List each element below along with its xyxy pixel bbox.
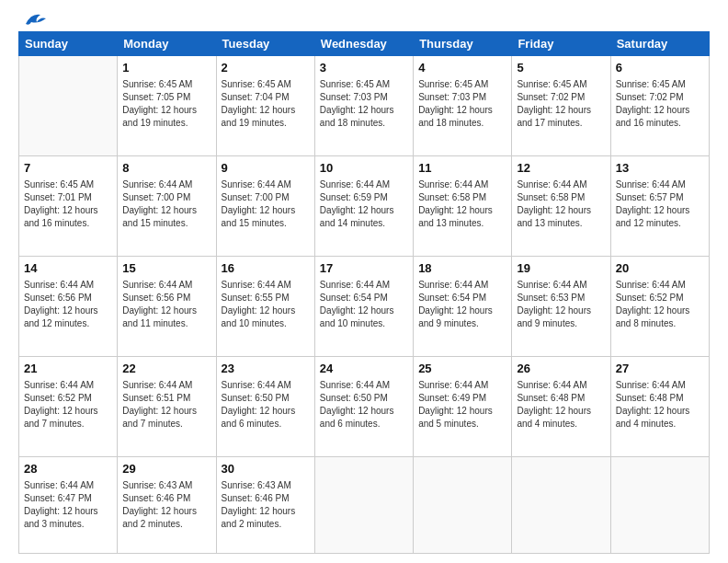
table-row: 17Sunrise: 6:44 AMSunset: 6:54 PMDayligh…	[314, 257, 413, 357]
day-info: Sunrise: 6:43 AMSunset: 6:46 PMDaylight:…	[222, 479, 310, 531]
day-info: Sunrise: 6:44 AMSunset: 6:57 PMDaylight:…	[616, 178, 704, 230]
day-number: 8	[122, 160, 210, 177]
day-info: Sunrise: 6:44 AMSunset: 6:54 PMDaylight:…	[418, 279, 506, 330]
header	[18, 17, 710, 24]
table-row: 15Sunrise: 6:44 AMSunset: 6:56 PMDayligh…	[118, 257, 216, 357]
table-row: 22Sunrise: 6:44 AMSunset: 6:51 PMDayligh…	[118, 357, 216, 457]
day-info: Sunrise: 6:45 AMSunset: 7:05 PMDaylight:…	[122, 78, 210, 130]
col-thursday: Thursday	[414, 32, 512, 56]
table-row	[19, 56, 118, 156]
table-row: 16Sunrise: 6:44 AMSunset: 6:55 PMDayligh…	[216, 257, 314, 357]
table-row: 7Sunrise: 6:45 AMSunset: 7:01 PMDaylight…	[19, 156, 118, 257]
table-row: 8Sunrise: 6:44 AMSunset: 7:00 PMDaylight…	[118, 156, 216, 257]
day-info: Sunrise: 6:44 AMSunset: 6:50 PMDaylight:…	[320, 379, 408, 431]
day-info: Sunrise: 6:44 AMSunset: 6:52 PMDaylight:…	[24, 379, 112, 431]
table-row: 9Sunrise: 6:44 AMSunset: 7:00 PMDaylight…	[216, 156, 314, 257]
day-number: 27	[616, 361, 704, 377]
day-number: 13	[616, 160, 704, 177]
day-number: 2	[222, 60, 310, 76]
col-saturday: Saturday	[610, 32, 709, 56]
day-number: 19	[517, 260, 605, 277]
day-info: Sunrise: 6:44 AMSunset: 7:00 PMDaylight:…	[122, 178, 210, 230]
calendar-table: Sunday Monday Tuesday Wednesday Thursday…	[18, 31, 710, 554]
day-info: Sunrise: 6:44 AMSunset: 6:56 PMDaylight:…	[122, 279, 210, 330]
day-info: Sunrise: 6:45 AMSunset: 7:01 PMDaylight:…	[24, 178, 112, 230]
table-row: 24Sunrise: 6:44 AMSunset: 6:50 PMDayligh…	[314, 357, 413, 457]
table-row	[314, 457, 413, 554]
day-number: 18	[418, 260, 506, 277]
page: Sunday Monday Tuesday Wednesday Thursday…	[0, 0, 728, 563]
col-monday: Monday	[118, 32, 216, 56]
day-number: 20	[616, 260, 704, 277]
day-number: 16	[222, 260, 310, 277]
day-info: Sunrise: 6:44 AMSunset: 6:51 PMDaylight:…	[122, 379, 210, 431]
table-row: 5Sunrise: 6:45 AMSunset: 7:02 PMDaylight…	[512, 56, 610, 156]
table-row	[414, 457, 512, 554]
day-number: 15	[122, 260, 210, 277]
day-info: Sunrise: 6:44 AMSunset: 6:58 PMDaylight:…	[517, 178, 605, 230]
table-row: 28Sunrise: 6:44 AMSunset: 6:47 PMDayligh…	[19, 457, 118, 554]
table-row: 10Sunrise: 6:44 AMSunset: 6:59 PMDayligh…	[314, 156, 413, 257]
day-number: 7	[24, 160, 112, 177]
day-info: Sunrise: 6:44 AMSunset: 6:47 PMDaylight:…	[24, 479, 112, 531]
table-row: 1Sunrise: 6:45 AMSunset: 7:05 PMDaylight…	[118, 56, 216, 156]
table-row	[512, 457, 610, 554]
day-info: Sunrise: 6:44 AMSunset: 6:49 PMDaylight:…	[418, 379, 506, 431]
table-row: 20Sunrise: 6:44 AMSunset: 6:52 PMDayligh…	[610, 257, 709, 357]
table-row: 11Sunrise: 6:44 AMSunset: 6:58 PMDayligh…	[414, 156, 512, 257]
table-row: 26Sunrise: 6:44 AMSunset: 6:48 PMDayligh…	[512, 357, 610, 457]
col-friday: Friday	[512, 32, 610, 56]
day-info: Sunrise: 6:44 AMSunset: 6:48 PMDaylight:…	[517, 379, 605, 431]
table-row: 25Sunrise: 6:44 AMSunset: 6:49 PMDayligh…	[414, 357, 512, 457]
table-row: 21Sunrise: 6:44 AMSunset: 6:52 PMDayligh…	[19, 357, 118, 457]
day-info: Sunrise: 6:44 AMSunset: 6:56 PMDaylight:…	[24, 279, 112, 330]
day-number: 6	[616, 60, 704, 76]
day-number: 30	[222, 461, 310, 477]
day-number: 11	[418, 160, 506, 177]
table-row: 14Sunrise: 6:44 AMSunset: 6:56 PMDayligh…	[19, 257, 118, 357]
day-info: Sunrise: 6:44 AMSunset: 6:50 PMDaylight:…	[222, 379, 310, 431]
day-number: 17	[320, 260, 408, 277]
day-info: Sunrise: 6:45 AMSunset: 7:04 PMDaylight:…	[222, 78, 310, 130]
table-row: 12Sunrise: 6:44 AMSunset: 6:58 PMDayligh…	[512, 156, 610, 257]
day-number: 12	[517, 160, 605, 177]
day-info: Sunrise: 6:45 AMSunset: 7:02 PMDaylight:…	[517, 78, 605, 130]
day-number: 23	[222, 361, 310, 377]
day-number: 22	[122, 361, 210, 377]
day-info: Sunrise: 6:44 AMSunset: 6:48 PMDaylight:…	[616, 379, 704, 431]
day-info: Sunrise: 6:44 AMSunset: 6:58 PMDaylight:…	[418, 178, 506, 230]
table-row	[610, 457, 709, 554]
day-info: Sunrise: 6:45 AMSunset: 7:02 PMDaylight:…	[616, 78, 704, 130]
day-info: Sunrise: 6:44 AMSunset: 6:52 PMDaylight:…	[616, 279, 704, 330]
table-row: 4Sunrise: 6:45 AMSunset: 7:03 PMDaylight…	[414, 56, 512, 156]
day-number: 4	[418, 60, 506, 76]
table-row: 3Sunrise: 6:45 AMSunset: 7:03 PMDaylight…	[314, 56, 413, 156]
table-row: 23Sunrise: 6:44 AMSunset: 6:50 PMDayligh…	[216, 357, 314, 457]
day-number: 14	[24, 260, 112, 277]
table-row: 13Sunrise: 6:44 AMSunset: 6:57 PMDayligh…	[610, 156, 709, 257]
day-number: 3	[320, 60, 408, 76]
calendar-header-row: Sunday Monday Tuesday Wednesday Thursday…	[19, 32, 710, 56]
day-info: Sunrise: 6:44 AMSunset: 6:55 PMDaylight:…	[222, 279, 310, 330]
table-row: 29Sunrise: 6:43 AMSunset: 6:46 PMDayligh…	[118, 457, 216, 554]
day-info: Sunrise: 6:44 AMSunset: 6:54 PMDaylight:…	[320, 279, 408, 330]
day-info: Sunrise: 6:45 AMSunset: 7:03 PMDaylight:…	[418, 78, 506, 130]
day-info: Sunrise: 6:44 AMSunset: 7:00 PMDaylight:…	[222, 178, 310, 230]
day-number: 29	[122, 461, 210, 477]
table-row: 6Sunrise: 6:45 AMSunset: 7:02 PMDaylight…	[610, 56, 709, 156]
col-wednesday: Wednesday	[314, 32, 413, 56]
day-info: Sunrise: 6:44 AMSunset: 6:59 PMDaylight:…	[320, 178, 408, 230]
col-sunday: Sunday	[19, 32, 118, 56]
day-number: 21	[24, 361, 112, 377]
table-row: 30Sunrise: 6:43 AMSunset: 6:46 PMDayligh…	[216, 457, 314, 554]
day-number: 9	[222, 160, 310, 177]
table-row: 2Sunrise: 6:45 AMSunset: 7:04 PMDaylight…	[216, 56, 314, 156]
day-number: 24	[320, 361, 408, 377]
day-number: 28	[24, 461, 112, 477]
day-number: 26	[517, 361, 605, 377]
day-info: Sunrise: 6:45 AMSunset: 7:03 PMDaylight:…	[320, 78, 408, 130]
logo	[18, 17, 48, 24]
day-number: 25	[418, 361, 506, 377]
table-row: 19Sunrise: 6:44 AMSunset: 6:53 PMDayligh…	[512, 257, 610, 357]
day-info: Sunrise: 6:43 AMSunset: 6:46 PMDaylight:…	[122, 479, 210, 531]
